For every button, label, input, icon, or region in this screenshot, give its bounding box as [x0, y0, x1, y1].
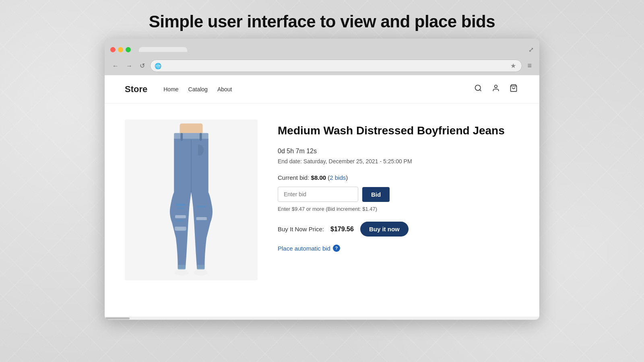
nav-links: Home Catalog About — [163, 86, 232, 93]
svg-rect-9 — [176, 204, 186, 206]
bid-button[interactable]: Bid — [362, 187, 390, 202]
auction-timer: 0d 5h 7m 12s — [278, 148, 519, 155]
svg-point-2 — [495, 85, 497, 88]
traffic-lights — [110, 47, 131, 52]
buy-now-label: Buy It Now Price: — [278, 226, 324, 232]
store-logo: Store — [125, 84, 147, 95]
refresh-button[interactable]: ↺ — [138, 61, 147, 71]
nav-icons — [473, 82, 519, 96]
browser-titlebar: ⤢ — [105, 39, 539, 56]
product-image — [125, 119, 258, 280]
cart-button[interactable] — [508, 82, 519, 96]
search-button[interactable] — [473, 82, 484, 96]
current-bid-info: Current bid: $8.00 (2 bids) — [278, 174, 519, 181]
forward-button[interactable]: → — [124, 61, 134, 71]
bid-count: 2 bids — [330, 174, 346, 181]
svg-rect-21 — [178, 265, 186, 269]
svg-point-24 — [194, 269, 208, 276]
buy-now-row: Buy It Now Price: $179.56 Buy it now — [278, 222, 519, 237]
bid-hint: Enter $9.47 or more (Bid increment: $1.4… — [278, 206, 519, 212]
scrollbar-thumb[interactable] — [105, 317, 130, 319]
svg-rect-17 — [197, 206, 205, 208]
buy-now-button[interactable]: Buy it now — [360, 222, 409, 237]
bookmark-button[interactable]: ★ — [510, 62, 516, 70]
auto-bid-link[interactable]: Place automatic bid ? — [278, 245, 519, 252]
buy-now-price: $179.56 — [330, 226, 354, 233]
auto-bid-label: Place automatic bid — [278, 245, 330, 252]
browser-menu-button[interactable]: ≡ — [525, 60, 534, 71]
svg-rect-7 — [200, 133, 202, 141]
end-date-label: End date: — [278, 158, 302, 165]
bid-input[interactable] — [278, 187, 358, 202]
product-area: Medium Wash Distressed Boyfriend Jeans 0… — [105, 103, 539, 296]
product-details: Medium Wash Distressed Boyfriend Jeans 0… — [278, 119, 519, 280]
browser-window: ⤢ ← → ↺ 🌐 ★ ≡ Store Home Catalog About — [105, 39, 539, 320]
current-bid-amount: $8.00 — [311, 174, 326, 181]
svg-rect-6 — [180, 133, 183, 141]
svg-point-0 — [475, 85, 481, 90]
svg-rect-11 — [175, 215, 186, 218]
auction-end-date: End date: Saturday, December 25, 2021 - … — [278, 158, 519, 165]
page-headline: Simple user interface to view and place … — [149, 12, 495, 31]
current-bid-label: Current bid: — [278, 174, 309, 181]
browser-toolbar: ← → ↺ 🌐 ★ ≡ — [105, 56, 539, 75]
nav-link-home[interactable]: Home — [163, 86, 178, 93]
svg-line-1 — [480, 90, 481, 91]
svg-rect-12 — [176, 220, 184, 222]
nav-item-about[interactable]: About — [217, 86, 232, 93]
nav-item-home[interactable]: Home — [163, 86, 178, 93]
minimize-button[interactable] — [118, 47, 123, 52]
end-date-value: Saturday, December 25, 2021 - 5:25:00 PM — [303, 158, 412, 165]
browser-scrollbar[interactable] — [105, 317, 539, 320]
account-button[interactable] — [490, 82, 502, 96]
svg-rect-10 — [177, 208, 184, 209]
person-icon — [492, 84, 500, 92]
browser-tab[interactable] — [139, 47, 187, 52]
store-navigation: Store Home Catalog About — [105, 75, 539, 103]
help-icon: ? — [333, 245, 340, 252]
svg-point-23 — [175, 269, 188, 276]
search-icon — [474, 84, 482, 92]
expand-icon[interactable]: ⤢ — [528, 46, 534, 53]
close-button[interactable] — [110, 47, 116, 52]
bid-input-row: Bid — [278, 187, 519, 202]
maximize-button[interactable] — [126, 47, 131, 52]
svg-rect-18 — [196, 217, 207, 220]
browser-content: Store Home Catalog About — [105, 75, 539, 317]
svg-rect-22 — [197, 265, 204, 269]
globe-icon: 🌐 — [155, 63, 161, 69]
product-image-svg — [151, 123, 231, 276]
back-button[interactable]: ← — [110, 61, 121, 71]
cart-icon — [510, 84, 518, 92]
nav-link-about[interactable]: About — [217, 86, 232, 93]
nav-item-catalog[interactable]: Catalog — [188, 86, 208, 93]
nav-link-catalog[interactable]: Catalog — [188, 86, 208, 93]
product-title: Medium Wash Distressed Boyfriend Jeans — [278, 123, 519, 138]
address-bar[interactable]: 🌐 ★ — [150, 60, 522, 72]
